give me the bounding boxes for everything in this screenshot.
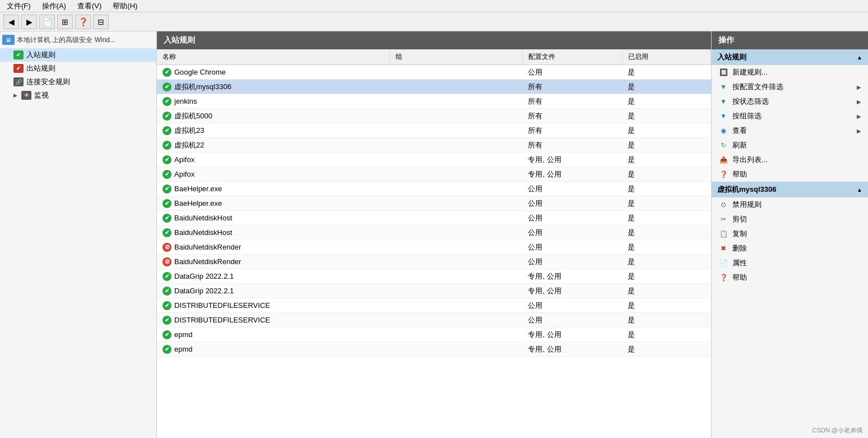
toolbar-btn4[interactable]: ⊞ [57, 15, 73, 29]
right-action-export-6[interactable]: 📤 导出列表... [712, 153, 868, 167]
right-action-copy-2[interactable]: 📋 复制 [712, 227, 868, 241]
menu-help[interactable]: 帮助(H) [110, 1, 140, 11]
right-action-new-0[interactable]: 🔲 新建规则... [712, 65, 868, 80]
sidebar-item-outbound[interactable]: ✔ 出站规则 [0, 62, 156, 75]
table-row[interactable]: ✔BaeHelper.exe 公用 是 [157, 196, 711, 211]
table-row[interactable]: ✔Apifox 专用, 公用 是 [157, 167, 711, 182]
toolbar-forward[interactable]: ▶ [21, 15, 37, 29]
table-row[interactable]: ✔DISTRIBUTEDFILESERVICE 公用 是 [157, 298, 711, 313]
cell-profile: 公用 [522, 313, 622, 328]
right-section-rule[interactable]: 虚拟机mysql3306 ▲ [712, 182, 868, 197]
table-row[interactable]: ✔jenkins 所有 是 [157, 94, 711, 109]
toolbar-back[interactable]: ◀ [3, 15, 19, 29]
sidebar-connection-label: 连接安全规则 [26, 77, 70, 87]
cell-enabled: 是 [622, 138, 711, 153]
cell-profile: 所有 [522, 109, 622, 123]
table-row[interactable]: ✔DataGrip 2022.2.1 专用, 公用 是 [157, 284, 711, 298]
sidebar-root-label: 本地计算机 上的高级安全 Wind... [17, 35, 115, 45]
menubar: 文件(F) 操作(A) 查看(V) 帮助(H) [0, 0, 868, 12]
right-action-help-5[interactable]: ❓ 帮助 [712, 270, 868, 285]
cell-enabled: 是 [622, 80, 711, 94]
right-section-inbound[interactable]: 入站规则 ▲ [712, 49, 868, 65]
cell-profile: 所有 [522, 80, 622, 94]
table-row[interactable]: ✔虚拟机5000 所有 是 [157, 109, 711, 123]
table-row[interactable]: ✔虚拟机23 所有 是 [157, 123, 711, 138]
delete-icon: ✖ [718, 244, 728, 253]
table-row[interactable]: ✔DISTRIBUTEDFILESERVICE 公用 是 [157, 313, 711, 328]
toolbar-btn5[interactable]: ❓ [75, 15, 91, 29]
sidebar: 🖥 本地计算机 上的高级安全 Wind... ✔ 入站规则 ✔ 出站规则 🔗 连… [0, 31, 157, 438]
sidebar-item-monitor[interactable]: ▶ 👁 监视 [0, 89, 156, 102]
cell-name: ✔虚拟机23 [157, 123, 389, 138]
col-profile[interactable]: 配置文件 [522, 49, 622, 65]
toolbar-btn6[interactable]: ⊟ [93, 15, 109, 29]
allow-icon: ✔ [163, 170, 171, 179]
menu-file[interactable]: 文件(F) [4, 1, 33, 11]
menu-view[interactable]: 查看(V) [75, 1, 104, 11]
right-action-view-4[interactable]: ◉ 查看 ▶ [712, 123, 868, 138]
cell-name: ✔DataGrip 2022.2.1 [157, 284, 389, 298]
cell-name: ✔虚拟机5000 [157, 109, 389, 123]
table-row[interactable]: ✔虚拟机22 所有 是 [157, 138, 711, 153]
right-action-filter-2[interactable]: ▼ 按状态筛选 ▶ [712, 94, 868, 109]
toolbar-btn3[interactable]: 📄 [39, 15, 55, 29]
col-group[interactable]: 组 [389, 49, 522, 65]
cell-name: ✔Apifox [157, 167, 389, 182]
col-enabled[interactable]: 已启用 [622, 49, 711, 65]
submenu-arrow: ▶ [857, 113, 861, 119]
cell-group [389, 65, 522, 80]
monitor-arrow: ▶ [13, 93, 17, 98]
col-name[interactable]: 名称 [157, 49, 389, 65]
table-container[interactable]: 名称 组 配置文件 已启用 ✔Google Chrome 公用 是 ✔虚拟机my… [157, 49, 711, 438]
cell-enabled: 是 [622, 65, 711, 80]
menu-action[interactable]: 操作(A) [40, 1, 68, 11]
cell-enabled: 是 [622, 109, 711, 123]
cell-name: ✔DISTRIBUTEDFILESERVICE [157, 298, 389, 313]
cell-group [389, 269, 522, 284]
right-action-label: 禁用规则 [732, 200, 762, 210]
cell-enabled: 是 [622, 240, 711, 255]
right-action-label: 剪切 [732, 214, 747, 224]
right-action-disable-0[interactable]: ⊙ 禁用规则 [712, 197, 868, 212]
right-action-delete-3[interactable]: ✖ 删除 [712, 241, 868, 256]
rule-name-text: BaiduNetdiskHost [174, 214, 232, 222]
cell-name: ✔虚拟机22 [157, 138, 389, 153]
table-row[interactable]: ✔Google Chrome 公用 是 [157, 65, 711, 80]
table-row[interactable]: ⊘BaiduNetdiskRender 公用 是 [157, 240, 711, 255]
right-panel: 操作 入站规则 ▲ 🔲 新建规则... ▼ 按配置文件筛选 ▶ ▼ 按状态筛选 … [711, 31, 868, 438]
right-action-cut-1[interactable]: ✂ 剪切 [712, 212, 868, 227]
right-action-refresh-5[interactable]: ↻ 刷新 [712, 138, 868, 153]
rule-name-text: BaeHelper.exe [174, 199, 222, 208]
filter-icon: ▼ [718, 112, 728, 121]
table-row[interactable]: ✔Apifox 专用, 公用 是 [157, 153, 711, 167]
cell-profile: 公用 [522, 255, 622, 269]
allow-icon: ✔ [163, 301, 171, 310]
table-row[interactable]: ✔epmd 专用, 公用 是 [157, 328, 711, 342]
table-row[interactable]: ✔epmd 专用, 公用 是 [157, 342, 711, 357]
table-row[interactable]: ✔DataGrip 2022.2.1 专用, 公用 是 [157, 269, 711, 284]
right-action-filter-3[interactable]: ▼ 按组筛选 ▶ [712, 109, 868, 123]
sidebar-item-inbound[interactable]: ✔ 入站规则 [0, 48, 156, 62]
cell-group [389, 284, 522, 298]
right-action-help-7[interactable]: ❓ 帮助 [712, 167, 868, 182]
cell-profile: 专用, 公用 [522, 167, 622, 182]
table-row[interactable]: ✔虚拟机mysql3306 所有 是 [157, 80, 711, 94]
table-row[interactable]: ✔BaiduNetdiskHost 公用 是 [157, 225, 711, 240]
cell-group [389, 94, 522, 109]
table-row[interactable]: ⊘BaiduNetdiskRender 公用 是 [157, 255, 711, 269]
sidebar-item-connection[interactable]: 🔗 连接安全规则 [0, 75, 156, 89]
right-action-prop-4[interactable]: 📄 属性 [712, 256, 868, 270]
table-row[interactable]: ✔BaiduNetdiskHost 公用 是 [157, 211, 711, 225]
table-row[interactable]: ✔BaeHelper.exe 公用 是 [157, 182, 711, 196]
cell-group [389, 123, 522, 138]
cell-group [389, 328, 522, 342]
right-action-label: 新建规则... [732, 67, 768, 77]
inbound-icon: ✔ [13, 50, 24, 59]
section1-collapse-arrow: ▲ [857, 54, 862, 61]
right-action-label: 删除 [732, 243, 747, 253]
right-action-filter-1[interactable]: ▼ 按配置文件筛选 ▶ [712, 80, 868, 94]
cell-name: ✔BaiduNetdiskHost [157, 211, 389, 225]
allow-icon: ✔ [163, 199, 171, 208]
right-action-label: 帮助 [732, 169, 747, 179]
cell-profile: 公用 [522, 196, 622, 211]
